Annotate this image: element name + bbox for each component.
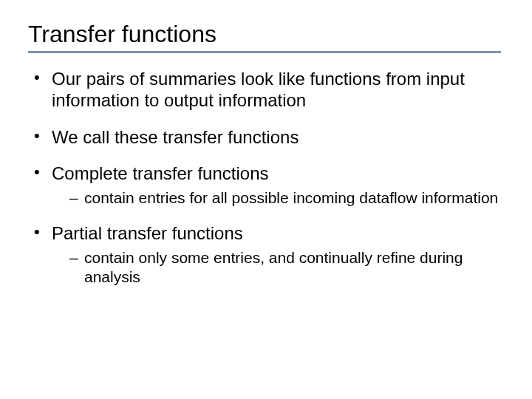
sub-list-item: contain only some entries, and continual… [69, 248, 504, 286]
sub-list: contain only some entries, and continual… [52, 248, 504, 286]
list-item: We call these transfer functions [33, 126, 504, 148]
bullet-text: Partial transfer functions [52, 223, 243, 243]
title-underline [28, 51, 501, 53]
sub-bullet-text: contain entries for all possible incomin… [84, 189, 498, 206]
slide: Transfer functions Our pairs of summarie… [0, 0, 532, 399]
list-item: Our pairs of summaries look like functio… [33, 68, 504, 112]
slide-title: Transfer functions [28, 21, 504, 48]
list-item: Partial transfer functions contain only … [33, 222, 504, 286]
sub-list-item: contain entries for all possible incomin… [69, 188, 504, 208]
bullet-text: We call these transfer functions [52, 127, 299, 147]
bullet-text: Complete transfer functions [52, 163, 268, 183]
sub-bullet-text: contain only some entries, and continual… [84, 249, 463, 285]
sub-list: contain entries for all possible incomin… [52, 188, 504, 208]
bullet-list: Our pairs of summaries look like functio… [28, 68, 504, 286]
list-item: Complete transfer functions contain entr… [33, 163, 504, 208]
bullet-text: Our pairs of summaries look like functio… [52, 69, 465, 110]
